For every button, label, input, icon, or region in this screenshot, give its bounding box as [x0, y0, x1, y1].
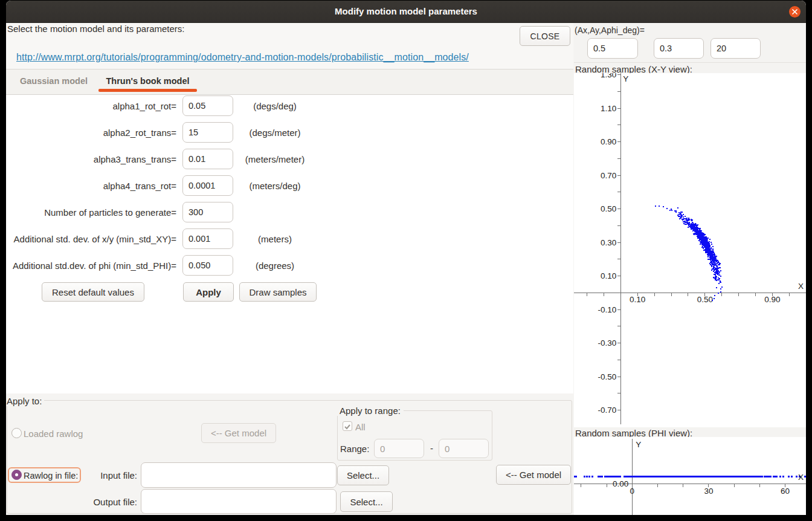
param-label-0: alpha1_rot_rot=	[7, 101, 176, 111]
svg-text:0.90: 0.90	[601, 137, 616, 146]
apply-to-range-label: Apply to range:	[337, 406, 404, 416]
draw-samples-button[interactable]: Draw samples	[239, 282, 317, 302]
range-from-input[interactable]	[374, 439, 424, 458]
input-file-label: Input file:	[89, 470, 137, 481]
all-checkbox[interactable]	[343, 421, 352, 431]
dialog-window: Modify motion model parameters Select th…	[6, 1, 806, 515]
param-input-3[interactable]	[182, 175, 233, 196]
svg-text:-0.10: -0.10	[598, 305, 617, 314]
svg-text:-0.50: -0.50	[598, 372, 617, 381]
param-unit-6: (degrees)	[227, 260, 323, 271]
phi-plot: 030600.00YX	[574, 437, 806, 515]
range-dash: -	[430, 443, 433, 453]
svg-text:0.10: 0.10	[630, 295, 645, 304]
param-unit-2: (meters/meter)	[227, 154, 323, 164]
svg-text:0.50: 0.50	[601, 204, 616, 213]
apply-to-group-label: Apply to:	[7, 396, 44, 406]
param-label-5: Additional std. dev. of x/y (min_std_XY)…	[7, 234, 176, 244]
check-icon	[343, 422, 352, 431]
phi-scatter-plot: 030600.00YX	[574, 437, 806, 515]
select-input-file-button[interactable]: Select...	[337, 465, 389, 485]
instruction-label: Select the motion model and its paramete…	[7, 24, 184, 34]
svg-text:0.00: 0.00	[613, 479, 628, 488]
svg-text:60: 60	[781, 487, 790, 496]
param-input-0[interactable]	[182, 95, 233, 116]
range-to-input[interactable]	[439, 439, 489, 458]
svg-text:1.10: 1.10	[601, 104, 616, 113]
param-unit-5: (meters)	[227, 234, 323, 244]
window-close-button[interactable]	[789, 6, 801, 18]
svg-text:0.10: 0.10	[601, 271, 616, 280]
svg-text:1.30: 1.30	[601, 73, 616, 79]
window-title: Modify motion model parameters	[6, 6, 806, 16]
tab-thrun-model[interactable]: Thrun's book model	[98, 76, 197, 86]
svg-text:X: X	[798, 282, 804, 291]
get-model-button-bottom[interactable]: <-- Get model	[496, 465, 571, 485]
rawlog-in-file-radio[interactable]	[11, 470, 22, 480]
all-checkbox-label: All	[355, 422, 366, 432]
param-input-5[interactable]	[182, 228, 233, 249]
titlebar[interactable]: Modify motion model parameters	[6, 1, 806, 23]
param-input-1[interactable]	[182, 122, 233, 143]
range-label: Range:	[340, 444, 369, 454]
ax-input[interactable]	[587, 38, 638, 59]
svg-text:30: 30	[704, 487, 713, 496]
loaded-rawlog-label: Loaded rawlog	[24, 429, 83, 439]
pose-increment-label: (Ax,Ay,Aphi_deg)=	[575, 25, 645, 35]
svg-text:0.30: 0.30	[601, 238, 616, 247]
ay-input[interactable]	[654, 38, 704, 59]
input-file-field[interactable]	[141, 462, 337, 488]
tab-bar: Gaussian model Thrun's book model	[6, 69, 573, 95]
tab-gaussian-model[interactable]: Gaussian model	[20, 76, 85, 86]
reset-default-values-button[interactable]: Reset default values	[42, 282, 144, 302]
param-unit-1: (degs/meter)	[227, 128, 323, 138]
close-icon	[789, 6, 801, 18]
get-model-button-top[interactable]: <-- Get model	[201, 423, 276, 443]
xy-plot-title-bar: Random samples (X-Y view):	[574, 62, 806, 73]
tab-content-pane	[6, 95, 573, 393]
param-input-4[interactable]	[182, 202, 233, 222]
param-input-2[interactable]	[182, 149, 233, 169]
rawlog-in-file-label: Rawlog in file:	[24, 471, 78, 481]
param-label-6: Additional std.dev. of phi (min_std_PHI)…	[7, 260, 176, 271]
svg-text:0.90: 0.90	[764, 295, 780, 304]
loaded-rawlog-radio[interactable]	[11, 428, 22, 438]
apply-button[interactable]: Apply	[183, 282, 234, 302]
active-tab-underline	[98, 89, 197, 92]
param-input-6[interactable]	[182, 255, 233, 276]
param-label-2: alpha3_trans_trans=	[7, 154, 176, 164]
svg-text:-0.70: -0.70	[598, 406, 617, 415]
svg-text:X: X	[798, 473, 804, 482]
param-label-1: alpha2_rot_trans=	[7, 128, 176, 138]
svg-text:0: 0	[630, 487, 635, 496]
close-dialog-button[interactable]: CLOSE	[520, 26, 570, 46]
svg-text:-0.30: -0.30	[598, 338, 617, 348]
tutorial-link[interactable]: http://www.mrpt.org/tutorials/programmin…	[16, 52, 469, 63]
param-label-4: Number of particles to generate=	[7, 207, 176, 218]
svg-text:Y: Y	[623, 74, 628, 83]
output-file-field[interactable]	[141, 489, 337, 514]
param-label-3: alpha4_trans_rot=	[7, 181, 176, 191]
param-unit-0: (degs/deg)	[227, 101, 323, 111]
output-file-label: Output file:	[89, 497, 137, 507]
aphi-input[interactable]	[710, 38, 761, 59]
svg-text:0.50: 0.50	[697, 295, 713, 304]
param-unit-3: (meters/deg)	[227, 181, 323, 191]
xy-plot: 1.301.100.900.700.500.300.10-0.10-0.30-0…	[574, 73, 806, 427]
xy-scatter-plot: 1.301.100.900.700.500.300.10-0.10-0.30-0…	[574, 73, 806, 427]
svg-text:Y: Y	[636, 440, 641, 449]
select-output-file-button[interactable]: Select...	[340, 491, 393, 512]
svg-text:0.70: 0.70	[601, 171, 616, 180]
